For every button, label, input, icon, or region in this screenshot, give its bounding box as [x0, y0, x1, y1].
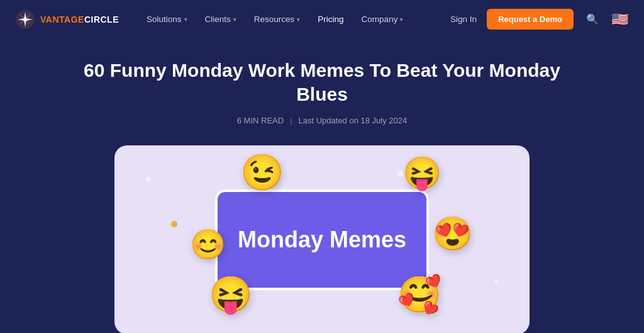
emoji-xface: 😝: [209, 274, 253, 315]
nav-resources[interactable]: Resources ▾: [247, 9, 308, 29]
monday-memes-text: Monday Memes: [238, 227, 406, 253]
nav-solutions[interactable]: Solutions ▾: [139, 9, 195, 29]
logo-text: VANTAGECIRCLE: [40, 14, 119, 25]
logo-icon: [15, 9, 35, 30]
article-meta: 6 MIN READ | Last Updated on 18 July 202…: [13, 116, 631, 125]
chevron-down-icon: ▾: [400, 16, 403, 23]
nav-links: Solutions ▾ Clients ▾ Resources ▾ Pricin…: [139, 9, 450, 29]
hero-image: 😉 😝 😊 😍 😝 🥰 Monday Memes: [114, 145, 530, 333]
navbar: VANTAGECIRCLE Solutions ▾ Clients ▾ Reso…: [0, 0, 644, 38]
decoration-dot: [146, 177, 151, 182]
emoji-heart-eyes: 😍: [432, 215, 473, 253]
nav-clients[interactable]: Clients ▾: [197, 9, 244, 29]
meta-divider: |: [290, 116, 292, 125]
nav-right: Sign In Request a Demo 🔍 🇺🇸: [450, 9, 629, 30]
request-demo-button[interactable]: Request a Demo: [487, 9, 574, 30]
chevron-down-icon: ▾: [233, 16, 236, 23]
svg-point-9: [23, 18, 27, 21]
hero-card: 😉 😝 😊 😍 😝 🥰 Monday Memes: [114, 145, 530, 333]
search-icon[interactable]: 🔍: [584, 11, 601, 28]
chevron-down-icon: ▾: [184, 16, 187, 23]
emoji-squint: 😝: [402, 155, 441, 191]
article-title: 60 Funny Monday Work Memes To Beat Your …: [64, 59, 580, 106]
emoji-wink: 😉: [240, 152, 284, 193]
sign-in-link[interactable]: Sign In: [450, 14, 477, 24]
emoji-hearteyes: 🥰: [397, 274, 441, 315]
main-content: 60 Funny Monday Work Memes To Beat Your …: [0, 38, 644, 333]
decoration-dot: [494, 280, 498, 284]
logo[interactable]: VANTAGECIRCLE: [15, 9, 119, 30]
decoration-dot-orange: [171, 221, 177, 227]
chevron-down-icon: ▾: [297, 16, 300, 23]
nav-company[interactable]: Company ▾: [354, 9, 411, 29]
nav-pricing[interactable]: Pricing: [310, 9, 351, 29]
flag-icon[interactable]: 🇺🇸: [611, 13, 629, 26]
last-updated: Last Updated on 18 July 2024: [299, 116, 408, 125]
emoji-smile: 😊: [190, 227, 226, 261]
read-time: 6 MIN READ: [237, 116, 284, 125]
